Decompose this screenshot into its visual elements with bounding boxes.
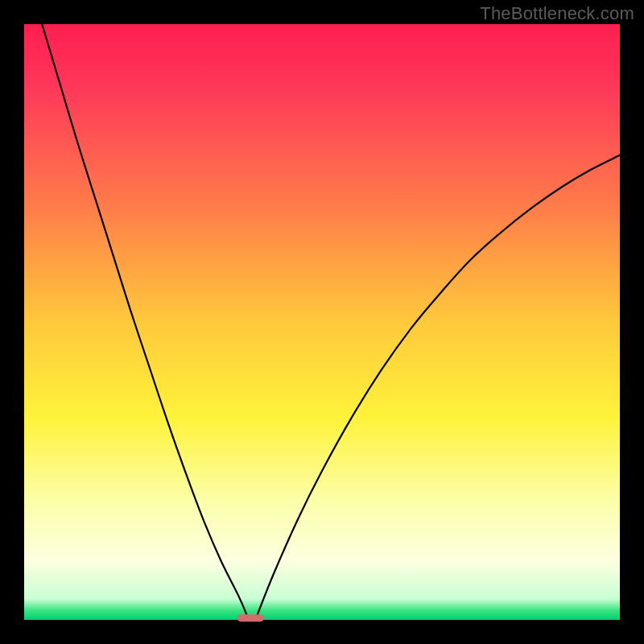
plot-background xyxy=(24,24,620,620)
chart-frame: TheBottleneck.com xyxy=(0,0,644,644)
notch-marker xyxy=(237,614,264,621)
watermark-text: TheBottleneck.com xyxy=(480,3,634,24)
bottleneck-chart xyxy=(0,0,644,644)
